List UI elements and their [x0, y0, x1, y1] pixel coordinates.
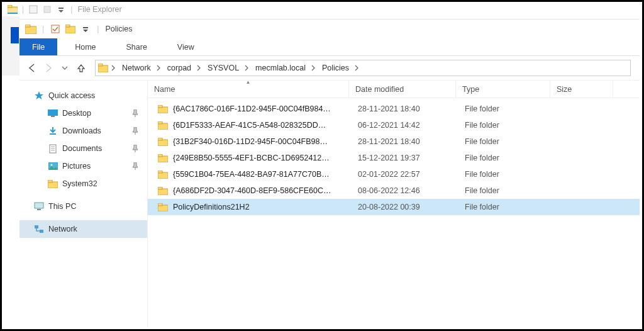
navigation-pane: Quick access Desktop Downloads Do	[19, 81, 148, 327]
file-row[interactable]: PolicyDefinitions21H220-08-2022 00:39Fil…	[148, 199, 640, 215]
folder-icon	[157, 169, 169, 180]
ribbon-tabs: File Home Share View	[19, 38, 640, 56]
breadcrumb-item[interactable]: SYSVOL	[203, 60, 243, 76]
folder-addr-icon[interactable]	[97, 60, 109, 76]
separator: |	[70, 5, 72, 14]
pictures-icon	[46, 162, 60, 170]
column-name[interactable]: Name ▲	[148, 81, 349, 98]
sidebar-system32[interactable]: System32	[19, 175, 147, 193]
sidebar-label: Downloads	[62, 126, 101, 135]
pin-icon	[132, 109, 142, 117]
sidebar-this-pc[interactable]: This PC	[19, 198, 147, 215]
breadcrumb-item[interactable]: corpad	[162, 60, 195, 76]
forward-button[interactable]	[41, 59, 56, 77]
file-rows: {6AC1786C-016F-11D2-945F-00C04fB984…28-1…	[148, 98, 640, 327]
tab-share[interactable]: Share	[114, 38, 160, 55]
chevron-right-icon[interactable]	[155, 60, 162, 76]
svg-rect-4	[30, 6, 37, 13]
svg-rect-12	[83, 27, 88, 28]
outer-window-stub	[2, 16, 19, 76]
file-date: 15-12-2021 19:37	[352, 154, 458, 162]
svg-rect-42	[158, 203, 162, 206]
svg-rect-25	[35, 203, 43, 208]
qat-dropdown-icon[interactable]	[78, 22, 93, 36]
file-row[interactable]: {31B2F340-016D-11D2-945F-00C04FB98…28-11…	[148, 133, 640, 150]
svg-rect-15	[48, 109, 58, 116]
svg-rect-13	[98, 65, 108, 72]
properties-icon[interactable]	[26, 3, 40, 16]
file-date: 20-08-2022 00:39	[352, 203, 458, 211]
file-type: File folder	[458, 137, 553, 146]
chevron-right-icon[interactable]	[195, 60, 203, 76]
tab-file[interactable]: File	[19, 38, 57, 55]
sidebar-desktop[interactable]: Desktop	[19, 104, 147, 122]
sort-asc-icon: ▲	[246, 79, 251, 85]
pc-icon	[32, 202, 46, 211]
file-date: 08-06-2022 12:46	[352, 186, 458, 195]
separator: |	[22, 5, 24, 14]
sidebar-label: Quick access	[48, 91, 95, 100]
file-date: 28-11-2021 18:40	[352, 104, 458, 113]
folder-qat-icon[interactable]	[63, 22, 78, 36]
properties-qat-icon[interactable]	[48, 22, 63, 36]
tab-home[interactable]: Home	[62, 38, 108, 55]
qat-placeholder-icon[interactable]	[40, 3, 54, 16]
folder-icon	[157, 120, 169, 131]
svg-rect-36	[158, 154, 162, 157]
file-row[interactable]: {A686DF2D-3047-460D-8EF9-586CFE60C…08-06…	[148, 182, 640, 199]
address-bar[interactable]: Network corpad SYSVOL mecmlab.local Poli…	[95, 60, 631, 76]
sidebar-label: System32	[62, 179, 97, 188]
file-date: 28-11-2021 18:40	[352, 137, 458, 146]
svg-rect-26	[37, 209, 41, 210]
sidebar-quick-access[interactable]: Quick access	[19, 87, 147, 104]
column-date[interactable]: Date modified	[349, 81, 456, 98]
up-button[interactable]	[74, 59, 89, 77]
svg-rect-3	[8, 13, 18, 14]
file-name: {6D1F5333-AEAF-41C5-A548-028325DD…	[173, 121, 326, 130]
chevron-right-icon[interactable]	[109, 60, 117, 76]
outer-title-bar: | | File Explorer	[2, 2, 642, 17]
sidebar-network[interactable]: Network	[19, 220, 147, 238]
svg-rect-27	[35, 225, 38, 228]
separator: |	[97, 25, 99, 33]
file-date: 06-12-2021 14:42	[352, 121, 458, 130]
sidebar-downloads[interactable]: Downloads	[19, 122, 147, 140]
folder-icon	[157, 185, 169, 196]
separator: |	[42, 25, 44, 33]
document-icon	[46, 144, 60, 154]
pin-icon	[132, 162, 142, 170]
file-name: {249E8B50-5555-4EF1-BCBC-1D6952412…	[173, 154, 330, 162]
column-size[interactable]: Size	[550, 81, 613, 98]
file-name: {31B2F340-016D-11D2-945F-00C04FB98…	[173, 137, 328, 146]
pin-icon	[132, 127, 142, 135]
file-name: {559C1B04-75EA-4482-BA97-81A77C70B…	[173, 170, 330, 179]
breadcrumb-item[interactable]: mecmlab.local	[250, 60, 309, 76]
file-row[interactable]: {6AC1786C-016F-11D2-945F-00C04fB984…28-1…	[148, 101, 640, 117]
chevron-right-icon[interactable]	[243, 60, 250, 76]
svg-rect-8	[25, 25, 30, 27]
sidebar-pictures[interactable]: Pictures	[19, 157, 147, 175]
qat-dropdown-icon[interactable]	[54, 3, 68, 16]
svg-rect-30	[158, 105, 162, 108]
recent-dropdown[interactable]	[57, 59, 72, 77]
folder-icon	[157, 103, 169, 115]
svg-rect-24	[48, 180, 52, 182]
tab-view[interactable]: View	[165, 38, 207, 55]
breadcrumb-item[interactable]: Network	[117, 60, 155, 76]
sidebar-documents[interactable]: Documents	[19, 140, 147, 157]
chevron-right-icon[interactable]	[353, 60, 360, 76]
back-button[interactable]	[25, 59, 40, 77]
column-type[interactable]: Type	[456, 81, 550, 98]
file-row[interactable]: {6D1F5333-AEAF-41C5-A548-028325DD…06-12-…	[148, 117, 640, 133]
file-name: {6AC1786C-016F-11D2-945F-00C04fB984…	[173, 104, 331, 113]
folder-icon	[46, 180, 60, 188]
breadcrumb-item[interactable]: Policies	[317, 60, 353, 76]
chevron-right-icon[interactable]	[309, 60, 317, 76]
sidebar-label: Documents	[62, 144, 102, 153]
svg-rect-11	[65, 25, 70, 27]
file-row[interactable]: {249E8B50-5555-4EF1-BCBC-1D6952412…15-12…	[148, 150, 640, 166]
file-date: 02-01-2022 22:57	[352, 170, 458, 179]
svg-rect-16	[51, 116, 55, 117]
file-row[interactable]: {559C1B04-75EA-4482-BA97-81A77C70B…02-01…	[148, 166, 640, 182]
sidebar-label: Desktop	[62, 109, 91, 118]
